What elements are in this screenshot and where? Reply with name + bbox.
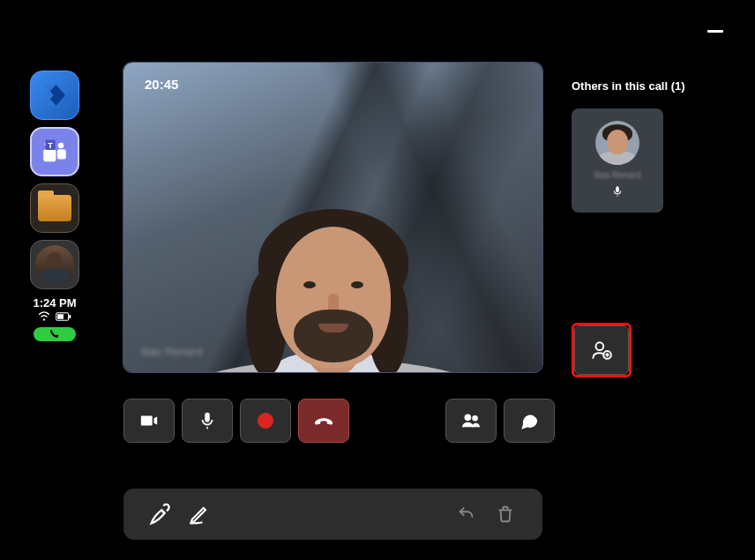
undo-button[interactable] bbox=[447, 495, 486, 534]
minimize-button[interactable] bbox=[707, 30, 723, 33]
svg-point-10 bbox=[596, 342, 604, 350]
sidebar-item-avatar[interactable] bbox=[30, 240, 79, 289]
pen-icon bbox=[148, 502, 173, 526]
svg-point-1 bbox=[58, 143, 64, 149]
active-call-pill[interactable] bbox=[34, 327, 76, 341]
add-people-button[interactable] bbox=[574, 325, 629, 375]
pen-button[interactable] bbox=[141, 495, 180, 534]
mic-icon bbox=[611, 185, 624, 201]
participants-header: Others in this call (1) bbox=[572, 79, 730, 93]
people-button[interactable] bbox=[445, 399, 497, 443]
undo-icon bbox=[457, 504, 476, 524]
sidebar-item-teams[interactable]: T bbox=[30, 127, 79, 176]
main-video[interactable]: 20:45 Ilias Renard bbox=[123, 63, 542, 372]
participant-tile-name: Ilias Renard bbox=[594, 170, 640, 180]
svg-point-15 bbox=[473, 416, 477, 421]
svg-point-6 bbox=[43, 318, 45, 320]
chat-button[interactable] bbox=[504, 399, 555, 443]
sidebar-item-dynamics[interactable] bbox=[30, 71, 79, 120]
hangup-button[interactable] bbox=[298, 399, 349, 443]
svg-rect-2 bbox=[43, 149, 56, 161]
call-duration: 20:45 bbox=[145, 77, 178, 92]
chat-icon bbox=[520, 411, 539, 430]
delete-button[interactable] bbox=[486, 495, 525, 534]
camera-icon bbox=[139, 411, 159, 430]
clock-time: 1:24 PM bbox=[21, 296, 88, 310]
svg-rect-8 bbox=[57, 314, 64, 319]
microphone-icon bbox=[198, 411, 217, 430]
add-people-highlight bbox=[572, 323, 632, 377]
call-controls bbox=[123, 399, 349, 443]
participant-tile[interactable]: Ilias Renard bbox=[572, 108, 663, 213]
trash-icon bbox=[496, 504, 515, 524]
marker-icon bbox=[187, 502, 212, 526]
people-icon bbox=[461, 411, 481, 430]
phone-icon bbox=[49, 329, 60, 340]
record-button[interactable] bbox=[240, 399, 291, 443]
wifi-icon bbox=[38, 311, 50, 322]
folder-icon bbox=[38, 195, 71, 221]
record-icon bbox=[258, 413, 273, 429]
marker-button[interactable] bbox=[180, 495, 219, 534]
svg-point-14 bbox=[465, 414, 470, 420]
pen-toolbar bbox=[123, 489, 542, 540]
dynamics-icon bbox=[39, 79, 71, 111]
battery-icon bbox=[56, 311, 71, 322]
svg-rect-3 bbox=[57, 149, 66, 159]
teams-icon: T bbox=[40, 137, 70, 167]
add-people-icon bbox=[590, 339, 613, 362]
participants-panel: Others in this call (1) Ilias Renard bbox=[572, 79, 730, 213]
app-sidebar: T 1:24 PM bbox=[21, 71, 88, 341]
participant-avatar bbox=[595, 121, 639, 165]
mic-button[interactable] bbox=[182, 399, 233, 443]
svg-rect-9 bbox=[69, 315, 71, 318]
user-avatar-icon bbox=[35, 245, 74, 284]
participant-name-label: Ilias Renard bbox=[141, 345, 202, 358]
svg-text:T: T bbox=[48, 141, 53, 150]
camera-button[interactable] bbox=[123, 399, 175, 443]
hangup-icon bbox=[314, 411, 333, 430]
call-controls-right bbox=[445, 399, 555, 443]
sidebar-item-files[interactable] bbox=[30, 183, 79, 233]
